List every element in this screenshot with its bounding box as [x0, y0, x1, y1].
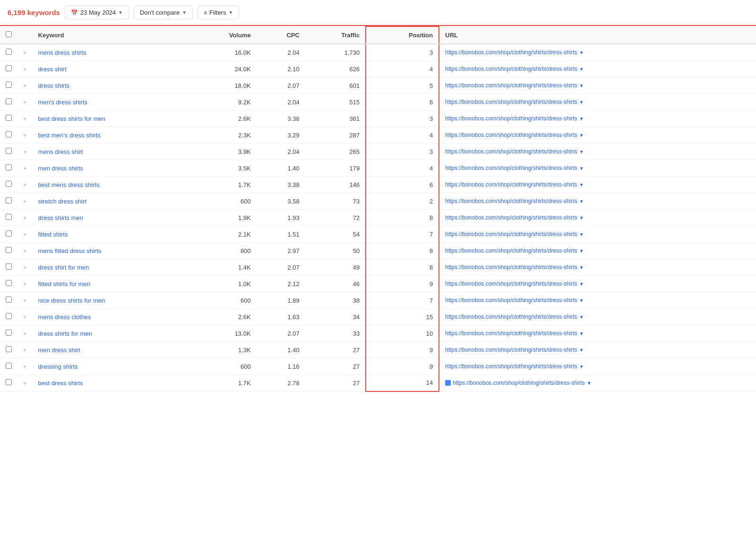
- url-dropdown-icon[interactable]: ▼: [579, 331, 584, 336]
- keyword-link[interactable]: best dress shirts: [38, 380, 83, 387]
- url-link[interactable]: https://bonobos.com/shop/clothing/shirts…: [445, 165, 577, 171]
- keyword-link[interactable]: best men's dress shirts: [38, 132, 101, 139]
- row-checkbox-cell[interactable]: [0, 226, 17, 243]
- url-link[interactable]: https://bonobos.com/shop/clothing/shirts…: [445, 66, 577, 72]
- keyword-link[interactable]: best mens dress shirts: [38, 181, 100, 188]
- row-checkbox[interactable]: [6, 197, 12, 203]
- row-add-cell[interactable]: +: [17, 44, 33, 61]
- row-checkbox-cell[interactable]: [0, 193, 17, 210]
- row-add-cell[interactable]: +: [17, 259, 33, 276]
- url-link[interactable]: https://bonobos.com/shop/clothing/shirts…: [445, 231, 577, 237]
- row-checkbox-cell[interactable]: [0, 144, 17, 160]
- row-checkbox-cell[interactable]: [0, 276, 17, 292]
- url-link[interactable]: https://bonobos.com/shop/clothing/shirts…: [445, 330, 577, 337]
- url-link[interactable]: https://bonobos.com/shop/clothing/shirts…: [445, 347, 577, 353]
- keyword-link[interactable]: men dress shirt: [38, 347, 80, 354]
- row-add-cell[interactable]: +: [17, 193, 33, 210]
- url-link[interactable]: https://bonobos.com/shop/clothing/shirts…: [445, 247, 577, 254]
- row-add-cell[interactable]: +: [17, 243, 33, 259]
- row-checkbox-cell[interactable]: [0, 342, 17, 358]
- row-checkbox-cell[interactable]: [0, 77, 17, 94]
- row-add-cell[interactable]: +: [17, 292, 33, 309]
- row-checkbox[interactable]: [6, 313, 12, 319]
- keyword-header[interactable]: Keyword: [33, 26, 190, 44]
- row-add-cell[interactable]: +: [17, 61, 33, 77]
- row-checkbox-cell[interactable]: [0, 127, 17, 144]
- row-checkbox-cell[interactable]: [0, 325, 17, 342]
- url-dropdown-icon[interactable]: ▼: [579, 364, 584, 369]
- row-checkbox[interactable]: [6, 181, 12, 187]
- url-dropdown-icon[interactable]: ▼: [579, 83, 584, 88]
- row-add-cell[interactable]: +: [17, 110, 33, 127]
- keyword-link[interactable]: fitted shirts for men: [38, 280, 91, 288]
- url-dropdown-icon[interactable]: ▼: [579, 248, 584, 254]
- row-add-cell[interactable]: +: [17, 276, 33, 292]
- row-add-cell[interactable]: +: [17, 160, 33, 177]
- keyword-link[interactable]: dress shirt: [38, 66, 67, 73]
- row-checkbox[interactable]: [6, 363, 12, 369]
- row-checkbox-cell[interactable]: [0, 160, 17, 177]
- filters-button[interactable]: ≡ Filters ▼: [198, 6, 239, 19]
- url-link[interactable]: https://bonobos.com/shop/clothing/shirts…: [445, 264, 577, 271]
- keyword-link[interactable]: mens dress shirt: [38, 148, 83, 155]
- keyword-link[interactable]: mens dress shirts: [38, 49, 86, 56]
- url-dropdown-icon[interactable]: ▼: [587, 381, 592, 386]
- keyword-link[interactable]: stretch dress shirt: [38, 198, 87, 205]
- position-header[interactable]: Position: [366, 26, 439, 44]
- url-dropdown-icon[interactable]: ▼: [579, 133, 584, 138]
- row-add-cell[interactable]: +: [17, 375, 33, 391]
- row-checkbox[interactable]: [6, 82, 12, 88]
- url-link[interactable]: https://bonobos.com/shop/clothing/shirts…: [445, 49, 577, 56]
- row-add-cell[interactable]: +: [17, 226, 33, 243]
- row-checkbox[interactable]: [6, 98, 12, 104]
- url-dropdown-icon[interactable]: ▼: [579, 166, 584, 171]
- row-add-cell[interactable]: +: [17, 77, 33, 94]
- keyword-link[interactable]: dress shirts for men: [38, 330, 92, 337]
- url-link[interactable]: https://bonobos.com/shop/clothing/shirts…: [445, 363, 577, 370]
- url-link[interactable]: https://bonobos.com/shop/clothing/shirts…: [445, 132, 577, 138]
- row-checkbox-cell[interactable]: [0, 375, 17, 391]
- keyword-link[interactable]: fitted shirts: [38, 231, 68, 238]
- row-checkbox[interactable]: [6, 115, 12, 121]
- keyword-link[interactable]: dress shirts men: [38, 214, 83, 221]
- url-link[interactable]: https://bonobos.com/shop/clothing/shirts…: [445, 214, 577, 221]
- keyword-link[interactable]: dress shirt for men: [38, 264, 89, 271]
- url-link[interactable]: https://bonobos.com/shop/clothing/shirts…: [445, 148, 577, 155]
- keyword-link[interactable]: nice dress shirts for men: [38, 297, 105, 304]
- row-checkbox[interactable]: [6, 330, 12, 336]
- row-checkbox[interactable]: [6, 263, 12, 270]
- cpc-header[interactable]: CPC: [257, 26, 305, 44]
- row-checkbox-cell[interactable]: [0, 309, 17, 325]
- url-link[interactable]: https://bonobos.com/shop/clothing/shirts…: [445, 280, 577, 287]
- url-dropdown-icon[interactable]: ▼: [579, 347, 584, 353]
- compare-button[interactable]: Don't compare ▼: [134, 6, 193, 19]
- url-dropdown-icon[interactable]: ▼: [579, 265, 584, 270]
- keyword-link[interactable]: mens dress clothes: [38, 313, 91, 321]
- traffic-header[interactable]: Traffic: [305, 26, 366, 44]
- keyword-link[interactable]: dressing shirts: [38, 363, 78, 370]
- url-dropdown-icon[interactable]: ▼: [579, 215, 584, 220]
- row-add-cell[interactable]: +: [17, 144, 33, 160]
- keyword-link[interactable]: mens fitted dress shirts: [38, 247, 102, 254]
- url-dropdown-icon[interactable]: ▼: [579, 149, 584, 154]
- url-dropdown-icon[interactable]: ▼: [579, 100, 584, 105]
- url-dropdown-icon[interactable]: ▼: [579, 281, 584, 287]
- row-add-cell[interactable]: +: [17, 94, 33, 110]
- keyword-link[interactable]: best dress shirts for men: [38, 115, 105, 122]
- row-checkbox-cell[interactable]: [0, 110, 17, 127]
- row-checkbox[interactable]: [6, 280, 12, 286]
- url-link[interactable]: https://bonobos.com/shop/clothing/shirts…: [445, 181, 577, 188]
- url-dropdown-icon[interactable]: ▼: [579, 298, 584, 303]
- volume-header[interactable]: Volume: [190, 26, 256, 44]
- row-checkbox[interactable]: [6, 65, 12, 71]
- url-link[interactable]: https://bonobos.com/shop/clothing/shirts…: [445, 297, 577, 304]
- select-all-header[interactable]: [0, 26, 17, 44]
- row-checkbox[interactable]: [6, 164, 12, 170]
- row-checkbox[interactable]: [6, 49, 12, 55]
- date-picker-button[interactable]: 📅 23 May 2024 ▼: [65, 6, 129, 19]
- row-add-cell[interactable]: +: [17, 358, 33, 375]
- url-dropdown-icon[interactable]: ▼: [579, 232, 584, 237]
- row-checkbox-cell[interactable]: [0, 177, 17, 193]
- keyword-link[interactable]: men dress shirts: [38, 165, 83, 172]
- url-dropdown-icon[interactable]: ▼: [579, 116, 584, 121]
